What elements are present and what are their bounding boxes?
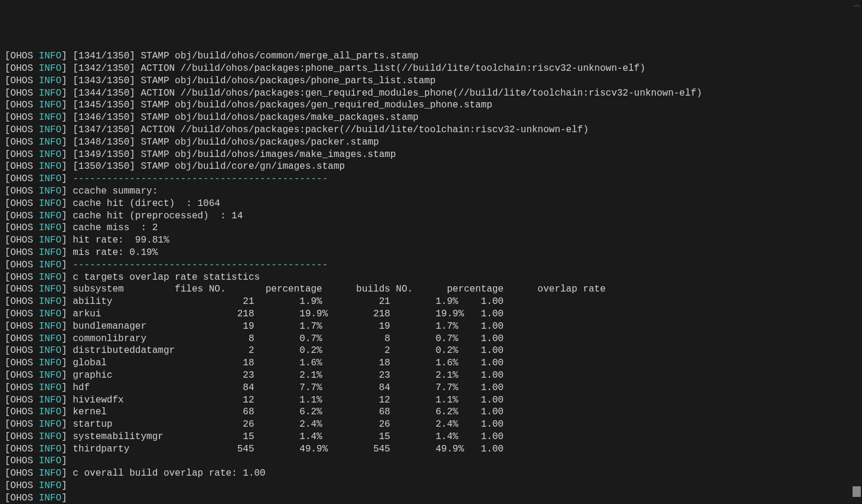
log-line: [OHOS INFO] [1349/1350] STAMP obj/build/… <box>5 149 857 161</box>
terminal-output[interactable]: [OHOS INFO] [1341/1350] STAMP obj/build/… <box>5 49 857 504</box>
stats-row: [OHOS INFO] thirdparty 545 49.9% 545 49.… <box>5 443 857 456</box>
log-line: [OHOS INFO] mis rate: 0.19% <box>5 247 857 259</box>
stats-row: [OHOS INFO] arkui 218 19.9% 218 19.9% 1.… <box>5 308 857 320</box>
log-line: [OHOS INFO] ----------------------------… <box>5 173 857 185</box>
stats-row: [OHOS INFO] startup 26 2.4% 26 2.4% 1.00 <box>5 418 857 431</box>
log-line: [OHOS INFO] [1347/1350] ACTION //build/o… <box>5 124 857 136</box>
log-line: [OHOS INFO] cache hit (direct) : 1064 <box>5 198 857 210</box>
log-line: [OHOS INFO] hit rate: 99.81% <box>5 234 857 247</box>
stats-row: [OHOS INFO] distributeddatamgr 2 0.2% 2 … <box>5 345 857 357</box>
scrollbar-thumb[interactable] <box>853 486 861 497</box>
log-line: [OHOS INFO] <box>5 455 857 467</box>
log-line: [OHOS INFO] [1342/1350] ACTION //build/o… <box>5 63 857 75</box>
stats-row: [OHOS INFO] kernel 68 6.2% 68 6.2% 1.00 <box>5 406 857 418</box>
stats-row: [OHOS INFO] ability 21 1.9% 21 1.9% 1.00 <box>5 296 857 308</box>
log-line: [OHOS INFO] [1341/1350] STAMP obj/build/… <box>5 50 857 63</box>
log-line: [OHOS INFO] [1343/1350] STAMP obj/build/… <box>5 75 857 87</box>
log-line: [OHOS INFO] [1345/1350] STAMP obj/build/… <box>5 99 857 112</box>
stats-row: [OHOS INFO] hdf 84 7.7% 84 7.7% 1.00 <box>5 382 857 394</box>
log-line: [OHOS INFO] [1346/1350] STAMP obj/build/… <box>5 112 857 124</box>
log-line: [OHOS INFO] c overall build overlap rate… <box>5 467 857 480</box>
stats-row: [OHOS INFO] graphic 23 2.1% 23 2.1% 1.00 <box>5 369 857 382</box>
log-line: [OHOS INFO] [1344/1350] ACTION //build/o… <box>5 87 857 100</box>
stats-row: [OHOS INFO] commonlibrary 8 0.7% 8 0.7% … <box>5 333 857 345</box>
log-line: [OHOS INFO] cache miss : 2 <box>5 222 857 234</box>
log-line: [OHOS INFO] c targets overlap rate stati… <box>5 271 857 284</box>
stats-header: [OHOS INFO] subsystem files NO. percenta… <box>5 283 857 296</box>
stats-row: [OHOS INFO] hiviewdfx 12 1.1% 12 1.1% 1.… <box>5 394 857 407</box>
stats-row: [OHOS INFO] bundlemanager 19 1.7% 19 1.7… <box>5 320 857 333</box>
stats-row: [OHOS INFO] systemabilitymgr 15 1.4% 15 … <box>5 431 857 443</box>
log-line: [OHOS INFO] <box>5 492 857 504</box>
log-line: [OHOS INFO] <box>5 480 857 492</box>
log-line: [OHOS INFO] cache hit (preprocessed) : 1… <box>5 210 857 222</box>
log-line: [OHOS INFO] [1350/1350] STAMP obj/build/… <box>5 161 857 173</box>
log-line: [OHOS INFO] [1348/1350] STAMP obj/build/… <box>5 136 857 149</box>
log-line: [OHOS INFO] ----------------------------… <box>5 259 857 271</box>
log-line: [OHOS INFO] ccache summary: <box>5 185 857 198</box>
scrollbar-up-arrow[interactable]: ︿ <box>854 1 860 9</box>
stats-row: [OHOS INFO] global 18 1.6% 18 1.6% 1.00 <box>5 357 857 369</box>
